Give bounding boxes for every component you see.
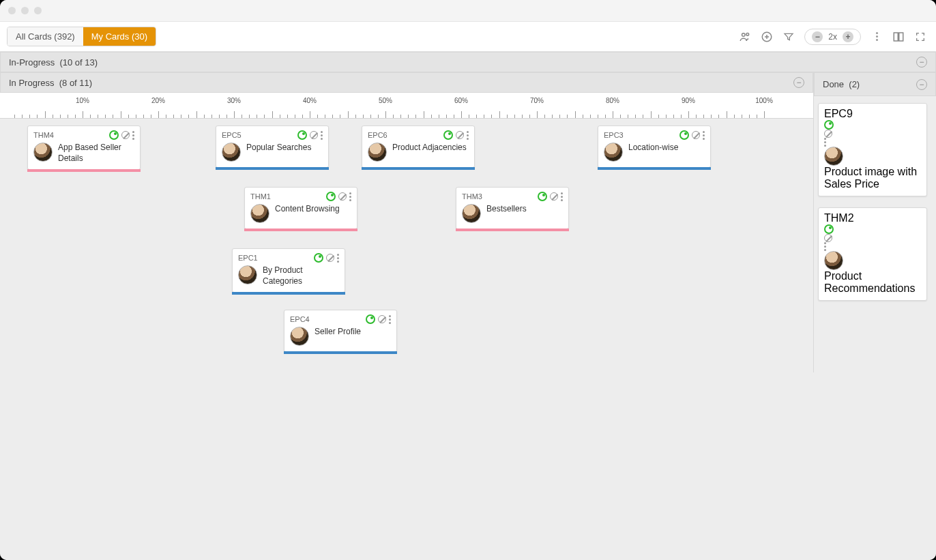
tab-my-cards[interactable]: My Cards (30) [83, 27, 156, 46]
tab-all-cards[interactable]: All Cards (392) [8, 27, 83, 46]
ruler-tick: 60% [454, 97, 468, 104]
ruler-tick: 80% [606, 97, 619, 104]
lane-done: Done (2) − EPC9 Product image with Sales… [813, 72, 936, 372]
block-icon[interactable] [326, 254, 334, 262]
block-icon[interactable] [121, 131, 130, 139]
card[interactable]: EPC9 Product image with Sales Price [818, 103, 927, 196]
ruler-tick: 90% [682, 97, 695, 104]
layout-icon[interactable] [892, 31, 905, 43]
toolbar-right: − 2x + [739, 29, 926, 45]
avatar [462, 204, 481, 223]
block-icon[interactable] [550, 192, 558, 201]
block-icon[interactable] [824, 130, 832, 138]
card[interactable]: EPC6 Product Adjacencies [362, 126, 475, 168]
card-title: Product image with Sales Price [824, 166, 921, 190]
card[interactable]: EPC3 Location-wise [598, 126, 711, 168]
card-id: EPC6 [368, 131, 387, 139]
card[interactable]: EPC1 By Product Categories [232, 248, 345, 293]
card-id: EPC9 [824, 108, 853, 119]
app-window: All Cards (392) My Cards (30) − 2x + [0, 0, 936, 560]
block-icon[interactable] [692, 131, 700, 139]
progress-gauge-icon [109, 130, 119, 140]
ruler-tick: 70% [530, 97, 544, 104]
progress-gauge-icon [679, 130, 689, 140]
fullscreen-icon[interactable] [914, 31, 926, 43]
section-outer-label: In-Progress [9, 57, 55, 68]
section-outer-count: (10 of 13) [59, 57, 98, 68]
card-more-icon[interactable] [824, 138, 921, 147]
progress-gauge-icon [538, 192, 547, 201]
section-outer[interactable]: In-Progress (10 of 13) − [0, 52, 936, 72]
zoom-in-button[interactable]: + [843, 31, 853, 42]
collapse-done-icon[interactable]: − [916, 79, 927, 90]
ruler-tick: 100% [755, 97, 773, 104]
progress-gauge-icon [443, 130, 453, 140]
zoom-control: − 2x + [804, 29, 861, 45]
card-more-icon[interactable] [132, 131, 134, 140]
card-more-icon[interactable] [467, 131, 469, 140]
board: In-Progress (10 of 13) − In Progress (8 … [0, 52, 936, 560]
card[interactable]: EPC5 Popular Searches [216, 126, 329, 168]
card-more-icon[interactable] [389, 315, 391, 324]
card-title: Popular Searches [246, 143, 311, 153]
card[interactable]: THM1 Content Browsing [244, 187, 357, 229]
card-more-icon[interactable] [824, 242, 921, 251]
card-title: Product Adjacencies [392, 143, 467, 153]
traffic-light-max[interactable] [34, 7, 42, 14]
card-more-icon[interactable] [321, 131, 323, 140]
avatar [824, 251, 843, 270]
card-more-icon[interactable] [349, 192, 351, 201]
card-title: Seller Profile [315, 327, 361, 338]
avatar [250, 204, 269, 223]
card-stripe [456, 229, 569, 231]
add-icon[interactable] [761, 31, 773, 43]
svg-rect-3 [894, 33, 898, 41]
avatar [368, 143, 387, 162]
traffic-light-min[interactable] [21, 7, 29, 14]
card-stripe [362, 167, 475, 170]
collapse-inner-icon[interactable]: − [793, 77, 804, 88]
card-more-icon[interactable] [703, 131, 705, 140]
titlebar [0, 0, 936, 22]
block-icon[interactable] [338, 192, 347, 201]
avatar [238, 265, 257, 284]
done-column[interactable]: EPC9 Product image with Sales Price THM2… [814, 96, 936, 372]
card-more-icon[interactable] [337, 254, 339, 263]
card-title: Product Recommendations [824, 270, 921, 295]
card-canvas[interactable]: THM4 App Based Seller Details EPC5 Popul… [0, 119, 813, 372]
avatar [604, 143, 623, 162]
toolbar: All Cards (392) My Cards (30) − 2x + [0, 22, 936, 52]
card-filter-tabs: All Cards (392) My Cards (30) [7, 27, 156, 46]
card[interactable]: THM2 Product Recommendations [818, 207, 927, 301]
section-inner[interactable]: In Progress (8 of 11) − [0, 72, 813, 93]
card-title: App Based Seller Details [58, 143, 134, 164]
users-icon[interactable] [739, 31, 751, 43]
card-stripe [216, 167, 329, 170]
card-title: Content Browsing [275, 204, 340, 215]
card-title: By Product Categories [263, 265, 339, 286]
card[interactable]: EPC4 Seller Profile [284, 310, 397, 352]
avatar [824, 147, 843, 166]
progress-gauge-icon [366, 314, 375, 324]
block-icon[interactable] [310, 131, 318, 139]
block-icon[interactable] [824, 234, 832, 242]
filter-icon[interactable] [783, 31, 795, 43]
collapse-outer-icon[interactable]: − [916, 57, 927, 68]
card-id: THM1 [250, 192, 271, 201]
card-id: EPC1 [238, 254, 258, 262]
section-done-count: (2) [849, 79, 860, 89]
block-icon[interactable] [378, 315, 386, 323]
card[interactable]: THM3 Bestsellers [456, 187, 569, 229]
zoom-out-button[interactable]: − [812, 31, 823, 42]
section-done[interactable]: Done (2) − [814, 72, 936, 96]
card-stripe [284, 351, 397, 354]
block-icon[interactable] [456, 131, 464, 139]
more-icon[interactable] [871, 31, 883, 43]
card-stripe [598, 167, 711, 170]
card-more-icon[interactable] [561, 192, 563, 201]
traffic-light-close[interactable] [8, 7, 16, 14]
ruler-tick: 10% [76, 97, 89, 104]
avatar [290, 327, 309, 346]
progress-gauge-icon [824, 224, 834, 234]
card[interactable]: THM4 App Based Seller Details [27, 126, 141, 170]
